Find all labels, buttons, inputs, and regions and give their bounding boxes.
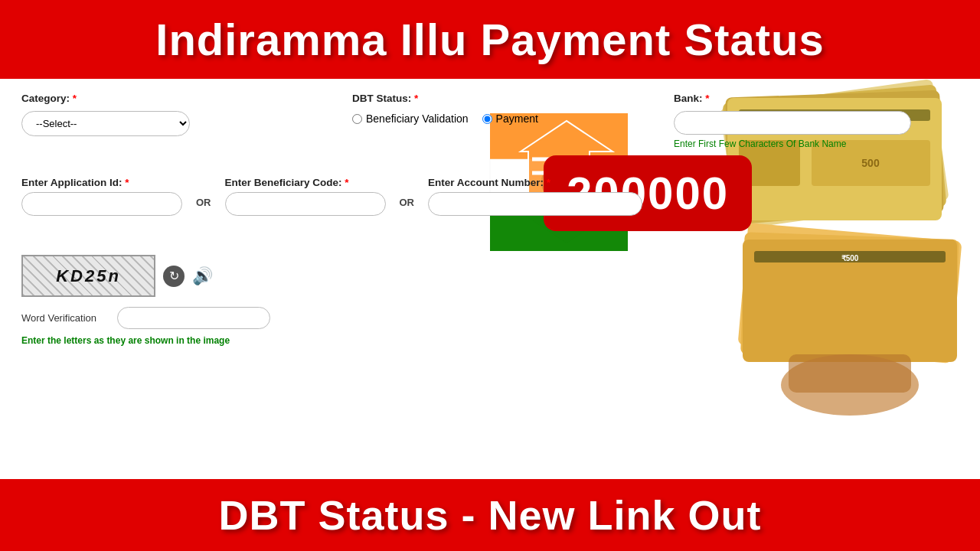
app-id-group: Enter Application Id: *	[21, 177, 182, 216]
svg-text:₹500: ₹500	[841, 254, 859, 262]
app-id-input[interactable]	[21, 192, 182, 216]
bottom-banner-title: DBT Status - New Link Out	[218, 491, 761, 539]
word-verify-row: Word Verification	[21, 307, 270, 329]
captcha-image: KD25n	[21, 255, 155, 297]
category-group: Category: * --Select--	[21, 91, 190, 136]
radio-payment[interactable]	[482, 114, 492, 124]
svg-rect-26	[789, 354, 911, 393]
dbt-status-group: DBT Status: * Beneficiary Validation Pay…	[352, 91, 612, 125]
radio-payment-label[interactable]: Payment	[482, 112, 538, 125]
app-id-label: Enter Application Id: *	[21, 177, 182, 188]
category-select[interactable]: --Select--	[21, 111, 190, 136]
middle-row: Enter Application Id: * OR Enter Benefic…	[21, 177, 642, 216]
bank-input[interactable]	[674, 111, 911, 135]
dbt-status-label: DBT Status: *	[352, 93, 418, 104]
beneficiary-code-group: Enter Beneficiary Code: *	[225, 177, 386, 216]
captcha-text: KD25n	[56, 266, 121, 286]
bank-group: Bank: * Enter First Few Characters Of Ba…	[674, 91, 934, 149]
svg-text:500: 500	[861, 157, 880, 169]
bottom-banner: DBT Status - New Link Out	[0, 479, 980, 551]
bank-hint: Enter First Few Characters Of Bank Name	[674, 139, 934, 149]
beneficiary-code-input[interactable]	[225, 192, 386, 216]
captcha-sound-icon[interactable]: 🔊	[192, 266, 213, 286]
beneficiary-code-label: Enter Beneficiary Code: *	[225, 177, 386, 188]
main-area: Category: * --Select-- DBT Status: * Ben…	[0, 79, 980, 431]
or-label-1: OR	[182, 197, 225, 208]
or-label-2: OR	[386, 197, 429, 208]
radio-beneficiary[interactable]	[352, 114, 362, 124]
account-number-label: Enter Account Number: *	[428, 177, 642, 188]
captcha-section: KD25n ↻ 🔊 Word Verification Enter the le…	[21, 255, 270, 346]
category-label: Category: *	[21, 93, 77, 104]
bank-label: Bank: *	[674, 93, 710, 104]
captcha-row: KD25n ↻ 🔊	[21, 255, 270, 297]
dbt-radio-group: Beneficiary Validation Payment	[352, 112, 612, 125]
word-verify-label: Word Verification	[21, 312, 109, 324]
word-verify-hint: Enter the letters as they are shown in t…	[21, 335, 270, 346]
top-banner: Indiramma Illu Payment Status	[0, 0, 980, 79]
account-number-input[interactable]	[428, 192, 642, 216]
captcha-refresh-icon[interactable]: ↻	[163, 266, 185, 287]
top-banner-title: Indiramma Illu Payment Status	[155, 14, 824, 65]
word-verify-input[interactable]	[117, 307, 270, 329]
radio-beneficiary-label[interactable]: Beneficiary Validation	[352, 112, 469, 125]
account-number-group: Enter Account Number: *	[428, 177, 642, 216]
